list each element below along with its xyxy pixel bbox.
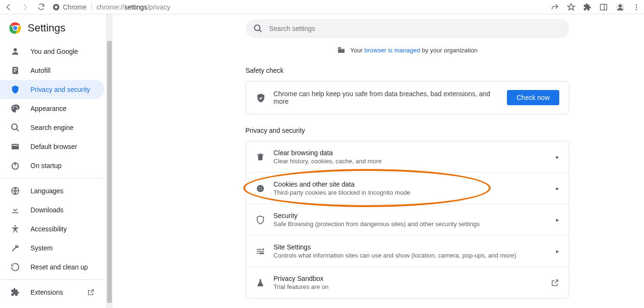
search-icon	[10, 123, 20, 132]
row-cookies[interactable]: Cookies and other site data Third-party …	[246, 172, 569, 204]
svg-rect-22	[12, 144, 19, 149]
sidebar-item-search-engine[interactable]: Search engine	[0, 118, 104, 137]
autofill-icon	[10, 66, 20, 75]
svg-point-28	[14, 225, 16, 227]
main-content: Your browser is managed by your organiza…	[113, 14, 644, 308]
row-title: Clear browsing data	[274, 149, 547, 157]
sidebar-item-label: Privacy and security	[30, 86, 90, 93]
search-settings[interactable]	[246, 19, 569, 38]
url-text: chrome://settings/privacy	[97, 3, 170, 11]
browser-icon	[10, 142, 20, 151]
sidebar-item-label: Autofill	[30, 67, 50, 74]
sidebar-item-appearance[interactable]: Appearance	[0, 99, 104, 118]
palette-icon	[10, 104, 20, 113]
share-icon[interactable]	[551, 3, 559, 11]
row-security[interactable]: Security Safe Browsing (protection from …	[246, 204, 569, 235]
sidebar-item-downloads[interactable]: Downloads	[0, 200, 104, 219]
sidebar-scrollbar[interactable]	[106, 14, 113, 308]
svg-rect-15	[14, 70, 17, 70]
cookie-icon	[256, 184, 265, 193]
sidebar-item-label: System	[30, 244, 53, 252]
sidebar-item-languages[interactable]: Languages	[0, 181, 104, 200]
managed-link[interactable]: browser is managed	[365, 47, 420, 54]
sidebar-item-system[interactable]: System	[0, 238, 104, 258]
sidebar-item-accessibility[interactable]: Accessibility	[0, 219, 104, 238]
svg-point-38	[257, 185, 264, 192]
row-site-settings[interactable]: Site Settings Controls what information …	[246, 235, 569, 267]
svg-rect-33	[340, 48, 340, 49]
puzzle-icon	[10, 288, 20, 297]
chevron-right-icon: ▸	[556, 153, 559, 160]
svg-point-7	[636, 6, 637, 8]
svg-point-20	[17, 108, 18, 109]
sidebar-item-privacy[interactable]: Privacy and security	[0, 80, 104, 99]
svg-rect-32	[338, 48, 339, 49]
row-subtitle: Trial features are on	[274, 283, 542, 290]
managed-notice: Your browser is managed by your organiza…	[337, 46, 478, 54]
shield-check-icon	[256, 93, 265, 102]
check-now-button[interactable]: Check now	[507, 90, 559, 105]
chrome-icon	[52, 3, 60, 11]
sidebar: Settings You and Google Autofill Privacy…	[0, 14, 113, 308]
row-subtitle: Controls what information sites can use …	[274, 252, 547, 259]
sidebar-item-extensions[interactable]: Extensions	[0, 283, 104, 302]
sidebar-item-label: On startup	[30, 162, 61, 169]
svg-point-19	[16, 106, 17, 108]
row-privacy-sandbox[interactable]: Privacy Sandbox Trial features are on	[246, 267, 569, 298]
power-icon	[10, 161, 20, 170]
menu-icon[interactable]	[633, 3, 640, 11]
restore-icon	[10, 262, 20, 272]
address-bar[interactable]: Chrome chrome://settings/privacy	[52, 3, 544, 11]
svg-point-41	[261, 189, 262, 189]
row-title: Privacy Sandbox	[274, 275, 542, 282]
svg-point-17	[12, 108, 14, 109]
shield-icon	[10, 85, 20, 94]
external-link-icon	[551, 278, 559, 287]
forward-button[interactable]	[20, 2, 30, 12]
accessibility-icon	[10, 224, 20, 234]
reload-button[interactable]	[36, 2, 46, 12]
flask-icon	[256, 278, 265, 288]
svg-rect-34	[338, 49, 339, 50]
privacy-section: Privacy and security Clear browsing data…	[246, 127, 569, 298]
sidebar-item-you-and-google[interactable]: You and Google	[0, 42, 104, 61]
svg-point-29	[254, 25, 260, 31]
tune-icon	[256, 247, 265, 256]
svg-rect-27	[12, 212, 18, 213]
svg-rect-16	[14, 71, 16, 72]
search-icon	[253, 24, 263, 33]
sidebar-header: Settings	[0, 14, 113, 39]
svg-point-12	[14, 48, 17, 51]
extensions-icon[interactable]	[583, 3, 592, 11]
chevron-right-icon: ▸	[556, 248, 559, 255]
sidebar-item-on-startup[interactable]: On startup	[0, 156, 104, 175]
download-icon	[10, 205, 20, 215]
side-panel-icon[interactable]	[599, 3, 608, 11]
sidebar-item-autofill[interactable]: Autofill	[0, 61, 104, 80]
svg-rect-23	[12, 145, 18, 146]
search-input[interactable]	[269, 25, 562, 32]
profile-icon[interactable]	[615, 2, 625, 12]
sidebar-item-label: Languages	[30, 187, 63, 195]
row-clear-browsing-data[interactable]: Clear browsing data Clear history, cooki…	[246, 141, 569, 172]
back-button[interactable]	[4, 2, 13, 12]
svg-rect-30	[338, 47, 341, 53]
chrome-logo-icon	[10, 22, 21, 34]
shield-outline-icon	[256, 215, 265, 225]
safety-text: Chrome can help keep you safe from data …	[274, 90, 499, 105]
safety-check-section: Safety check Chrome can help keep you sa…	[246, 67, 569, 114]
sidebar-item-reset[interactable]: Reset and clean up	[0, 258, 104, 277]
page-title: Settings	[28, 22, 66, 34]
sidebar-item-default-browser[interactable]: Default browser	[0, 137, 104, 156]
svg-point-42	[259, 189, 260, 190]
chevron-right-icon: ▸	[556, 216, 559, 223]
bookmark-icon[interactable]	[567, 3, 575, 11]
site-label: Chrome	[63, 3, 87, 11]
row-subtitle: Third-party cookies are blocked in Incog…	[274, 189, 547, 196]
sidebar-item-label: Appearance	[30, 105, 67, 112]
site-info[interactable]: Chrome	[52, 3, 92, 11]
sidebar-item-label: Reset and clean up	[30, 263, 88, 271]
svg-point-18	[14, 106, 15, 108]
svg-point-1	[55, 6, 57, 8]
svg-point-39	[258, 187, 259, 188]
